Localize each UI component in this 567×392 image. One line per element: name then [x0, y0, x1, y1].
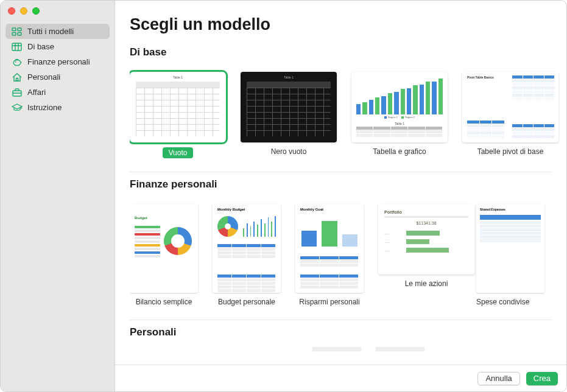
template-gallery[interactable]: Scegli un modello Di base Table 1 Vuoto …: [115, 1, 566, 365]
sidebar-item-personal[interactable]: Personali: [5, 69, 110, 85]
template-label: Vuoto: [163, 147, 194, 158]
sidebar-item-basic[interactable]: Di base: [5, 39, 110, 54]
gradcap-icon: [12, 103, 23, 112]
template-label: Le mie azioni: [405, 279, 448, 288]
section-heading-personal-finance: Finanze personali: [130, 178, 566, 191]
template-blank[interactable]: Table 1 Vuoto: [130, 72, 226, 158]
section-divider: [130, 320, 552, 320]
grid-icon: [12, 27, 23, 36]
window-body: Tutti i modelli Di base Finanze personal…: [1, 1, 566, 391]
template-thumbnail: Monthly Budget: [213, 204, 281, 293]
thumb-caption: Budget: [135, 216, 147, 220]
sidebar-item-label: Affari: [27, 88, 46, 97]
template-label: Nero vuoto: [271, 147, 307, 156]
thumb-caption: Table 1: [351, 122, 448, 125]
template-row-basic: Table 1 Vuoto Table 1 Nero vuoto: [130, 58, 566, 167]
template-label: Budget personale: [218, 298, 275, 306]
template-shared-expenses[interactable]: Shared Expenses Spese condivise: [489, 204, 532, 306]
page-title: Scegli un modello: [130, 15, 566, 34]
thumb-caption: Table 1: [262, 75, 315, 80]
create-button[interactable]: Crea: [526, 372, 558, 385]
thumb-caption: Pivot Table Basics: [467, 75, 494, 79]
sidebar: Tutti i modelli Di base Finanze personal…: [1, 1, 115, 391]
svg-rect-3: [18, 32, 21, 35]
piggybank-icon: [12, 58, 23, 66]
thumb-caption: Monthly Goal: [300, 208, 323, 211]
house-icon: [12, 73, 23, 82]
template-pivot-basic[interactable]: Pivot Table Basics: [462, 72, 558, 158]
svg-rect-2: [12, 32, 16, 35]
template-thumbnail: Table 1: [130, 72, 226, 142]
zoom-window-button[interactable]: [32, 7, 40, 15]
template-simple-budget[interactable]: Budget: [130, 204, 198, 306]
sidebar-item-label: Istruzione: [27, 103, 62, 112]
thumb-amount: $11341.38: [384, 221, 468, 225]
table-icon: [12, 43, 23, 51]
section-heading-personal: Personali: [130, 326, 566, 338]
category-list: Tutti i modelli Di base Finanze personal…: [1, 21, 114, 117]
briefcase-icon: [12, 88, 23, 97]
footer-toolbar: Annulla Crea: [115, 365, 566, 391]
svg-point-9: [15, 61, 16, 62]
sidebar-item-label: Di base: [27, 42, 54, 51]
cancel-button[interactable]: Annulla: [477, 372, 519, 385]
template-thumbnail: Pivot Table Basics: [462, 72, 558, 142]
template-label: Tabella e grafico: [373, 147, 426, 156]
svg-rect-0: [12, 28, 16, 31]
minimize-window-button[interactable]: [20, 7, 27, 15]
template-thumbnail: Portfolio $11341.38 —— —— ——: [378, 204, 474, 275]
template-peek[interactable]: [376, 347, 424, 351]
template-label: Bilancio semplice: [136, 298, 192, 306]
template-thumbnail: Monthly Goal: [295, 204, 364, 293]
template-monthly-budget[interactable]: Monthly Budget: [213, 204, 281, 306]
template-row-personal-finance: Budget: [130, 191, 566, 315]
sidebar-item-personal-finance[interactable]: Finanze personali: [5, 54, 110, 69]
svg-rect-10: [16, 78, 18, 81]
template-chart-table[interactable]: Region 1Region 2 Table 1 Tabella e grafi…: [351, 72, 448, 158]
template-thumbnail: Region 1Region 2 Table 1: [351, 72, 448, 142]
sidebar-item-education[interactable]: Istruzione: [5, 100, 110, 115]
sidebar-item-label: Personali: [27, 72, 60, 82]
template-peek[interactable]: [312, 347, 361, 351]
section-divider: [130, 172, 552, 172]
sidebar-item-business[interactable]: Affari: [5, 85, 110, 100]
thumb-caption: Table 1: [151, 75, 205, 80]
template-label: Spese condivise: [476, 298, 544, 306]
window-controls: [1, 1, 114, 21]
template-label: Tabelle pivot di base: [477, 147, 544, 156]
template-personal-savings[interactable]: Monthly Goal: [295, 204, 364, 306]
template-blank-dark[interactable]: Table 1 Nero vuoto: [241, 72, 337, 158]
template-thumbnail: Budget: [130, 204, 198, 293]
template-thumbnail: Table 1: [241, 72, 337, 142]
template-label: Risparmi personali: [299, 298, 359, 306]
svg-rect-4: [12, 43, 21, 51]
sidebar-item-label: Tutti i modelli: [27, 27, 74, 36]
close-window-button[interactable]: [8, 7, 15, 15]
template-portfolio[interactable]: Portfolio $11341.38 —— —— —— Le mie azio…: [378, 204, 474, 306]
svg-point-8: [13, 60, 21, 65]
template-chooser-window: Tutti i modelli Di base Finanze personal…: [0, 0, 567, 392]
section-heading-basic: Di base: [130, 46, 566, 58]
thumb-caption: Monthly Budget: [217, 208, 245, 211]
template-row-personal: [130, 338, 566, 355]
thumb-caption: Portfolio: [384, 210, 468, 214]
template-thumbnail: Shared Expenses: [476, 204, 544, 293]
svg-rect-1: [18, 28, 21, 31]
main-panel: Scegli un modello Di base Table 1 Vuoto …: [115, 1, 566, 391]
sidebar-item-all-templates[interactable]: Tutti i modelli: [5, 24, 110, 39]
sidebar-item-label: Finanze personali: [27, 57, 90, 66]
